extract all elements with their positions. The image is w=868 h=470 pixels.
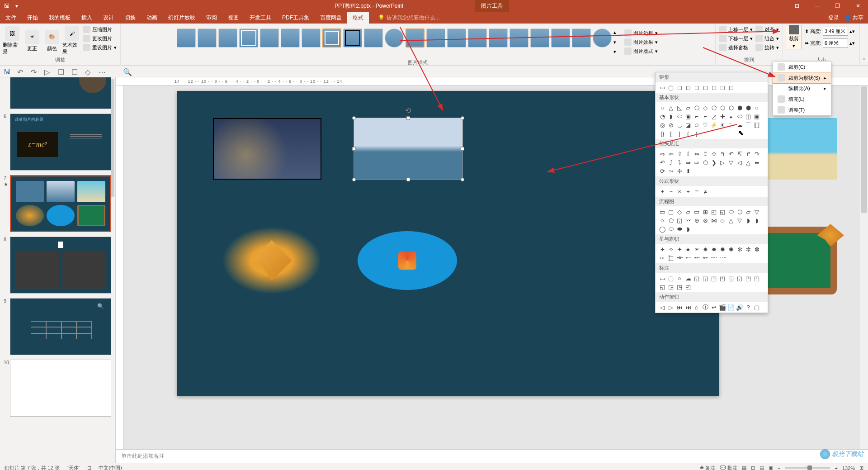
shape-arrow-leftright[interactable]: ⇔ <box>693 150 701 158</box>
style-thumb-4[interactable] <box>239 28 258 47</box>
crop-dropdown-icon[interactable]: ▾ <box>793 43 795 49</box>
shape-arrow-notched[interactable]: ⇨ <box>693 158 701 166</box>
shape-fc-multidoc[interactable]: ◱ <box>718 208 726 216</box>
shape-arrow-left[interactable]: ⇦ <box>667 150 675 158</box>
shape-arrow-callout-lr[interactable]: ⬌ <box>753 158 761 166</box>
shape-action-help[interactable]: ? <box>744 303 752 311</box>
tab-review[interactable]: 审阅 <box>201 12 222 24</box>
shape-rounded-rect[interactable]: ▢ <box>667 83 675 91</box>
shape-moon[interactable]: ☾ <box>727 121 735 129</box>
shape-can[interactable]: ⬭ <box>736 112 744 120</box>
shape-star-24pt[interactable]: ✼ <box>744 245 752 253</box>
shape-fc-data[interactable]: ▱ <box>684 208 692 216</box>
shape-ribbon-curved-up[interactable]: ⬲ <box>675 254 684 262</box>
shape-arrow-callout-quad[interactable]: ✢ <box>675 167 684 175</box>
shape-action-movie[interactable]: 🎬 <box>718 303 726 311</box>
shape-fc-direct[interactable]: ⬬ <box>675 225 684 233</box>
tab-home[interactable]: 开始 <box>22 12 43 24</box>
style-thumb-14[interactable] <box>447 28 466 47</box>
shape-round-diag-rect[interactable]: ◻ <box>718 83 726 91</box>
shape-hexagon[interactable]: ⬡ <box>718 104 726 112</box>
tab-templates[interactable]: 我的模板 <box>43 12 76 24</box>
shape-callout-border1[interactable]: ◱ <box>658 283 666 291</box>
shape-arrow-curved-left[interactable]: ↶ <box>658 158 666 166</box>
shape-arrow-bentup[interactable]: ↱ <box>744 150 752 158</box>
tab-file[interactable]: 文件 <box>0 12 22 24</box>
shape-callout-line1[interactable]: ◱ <box>693 274 701 282</box>
tab-format[interactable]: 格式 <box>347 12 369 24</box>
shape-star-explosion1[interactable]: ✦ <box>658 245 666 253</box>
shape-double-bracket[interactable]: ⟦⟧ <box>753 121 761 129</box>
slide-thumb-7[interactable]: 7 ★ <box>10 175 112 232</box>
style-thumb-7[interactable] <box>302 28 321 47</box>
shape-octagon[interactable]: ⬢ <box>736 104 744 112</box>
shape-fc-sort[interactable]: ◇ <box>718 216 726 224</box>
bring-forward-button[interactable]: 上移一层 ▾ <box>719 26 753 33</box>
gallery-more-icon[interactable]: ▾ <box>613 49 620 55</box>
qat-insert-table[interactable]: ☐ <box>71 68 79 75</box>
close-button[interactable]: ✕ <box>848 0 868 12</box>
shape-arrow-callout-right[interactable]: ▷ <box>718 158 726 166</box>
shape-callout-border3[interactable]: ◳ <box>675 283 684 291</box>
collapse-ribbon-button[interactable]: ^ <box>860 24 868 65</box>
shape-teardrop[interactable]: ⬭ <box>675 112 684 120</box>
shape-action-home[interactable]: ⌂ <box>693 303 701 311</box>
style-thumb-19[interactable] <box>551 28 570 47</box>
shape-right-bracket[interactable]: ] <box>675 129 684 138</box>
shape-fc-manual-op[interactable]: ▽ <box>753 208 761 216</box>
shape-fc-preparation[interactable]: ⬡ <box>736 208 744 216</box>
shape-arrow-quad[interactable]: ✢ <box>710 150 718 158</box>
shape-fc-or[interactable]: ⊗ <box>701 216 709 224</box>
resize-handle[interactable] <box>352 116 356 120</box>
shape-frame[interactable]: ▣ <box>684 112 692 120</box>
style-thumb-11[interactable] <box>385 28 404 47</box>
tab-baidu[interactable]: 百度网盘 <box>315 12 347 24</box>
shape-fc-offpage[interactable]: ⬠ <box>667 216 675 224</box>
slide-thumb-9[interactable]: 9 🔍 <box>10 298 112 355</box>
shape-diamond[interactable]: ◇ <box>701 104 709 112</box>
shape-arrow-callout-ud[interactable]: ⬍ <box>684 167 692 175</box>
shape-parallelogram[interactable]: ▱ <box>684 104 692 112</box>
slide-thumb-5-partial[interactable] <box>10 77 112 109</box>
picture-layout-button[interactable]: 图片版式 ▾ <box>624 47 658 55</box>
qat-dropdown-icon[interactable]: ▾ <box>13 2 21 10</box>
shape-right-brace[interactable]: } <box>693 129 701 138</box>
shape-fc-card[interactable]: ◱ <box>675 216 684 224</box>
shape-action-doc[interactable]: 📄 <box>727 303 735 311</box>
qat-more[interactable]: ⋯ <box>99 68 106 75</box>
shape-sun[interactable]: ☀ <box>718 121 726 129</box>
style-thumb-6[interactable] <box>281 28 300 47</box>
tab-slideshow[interactable]: 幻灯片放映 <box>163 12 201 24</box>
style-thumb-9[interactable] <box>343 28 362 47</box>
shape-callout-rounded[interactable]: ▢ <box>667 274 675 282</box>
remove-background-button[interactable]: 🖼删除背景 <box>3 25 22 57</box>
save-button[interactable]: 🖫 <box>4 68 11 75</box>
change-picture-button[interactable]: 更改图片 <box>83 35 117 42</box>
shape-oval[interactable]: ○ <box>658 104 666 112</box>
shape-action-begin[interactable]: ⏮ <box>675 303 684 311</box>
shape-star-32pt[interactable]: ✽ <box>753 245 761 253</box>
gallery-up-icon[interactable]: ▴ <box>613 29 620 35</box>
shape-right-triangle[interactable]: ◺ <box>675 104 684 112</box>
shape-star-4pt[interactable]: ✦ <box>675 245 684 253</box>
shape-decagon[interactable]: ⬢ <box>744 104 752 112</box>
shape-dodecagon[interactable]: ○ <box>753 104 761 112</box>
gallery-down-icon[interactable]: ▾ <box>613 39 620 45</box>
spinner-icon[interactable]: ▴▾ <box>849 40 855 46</box>
slide-canvas[interactable]: ⟲ <box>177 91 719 396</box>
status-comments-button[interactable]: 💬 批注 <box>720 465 737 470</box>
shape-fc-alt-process[interactable]: ▢ <box>667 208 675 216</box>
shape-callout-oval[interactable]: ○ <box>675 274 684 282</box>
shape-fc-seq-storage[interactable]: ◯ <box>658 225 666 233</box>
shape-arrow-curved-down[interactable]: ⤵ <box>675 158 684 166</box>
shape-trapezoid[interactable]: ⬠ <box>693 104 701 112</box>
shape-equals[interactable]: ＝ <box>693 187 701 195</box>
resize-handle[interactable] <box>352 147 356 151</box>
shape-chord[interactable]: ◗ <box>667 112 675 120</box>
shape-arrow-up[interactable]: ⇧ <box>675 150 684 158</box>
resize-handle[interactable] <box>461 147 464 151</box>
status-accessibility-icon[interactable]: ⊡ <box>87 465 91 470</box>
minimize-button[interactable]: — <box>807 0 827 12</box>
qat-touch-mode[interactable]: ☐ <box>58 68 65 75</box>
shape-fc-process[interactable]: ▭ <box>658 208 666 216</box>
